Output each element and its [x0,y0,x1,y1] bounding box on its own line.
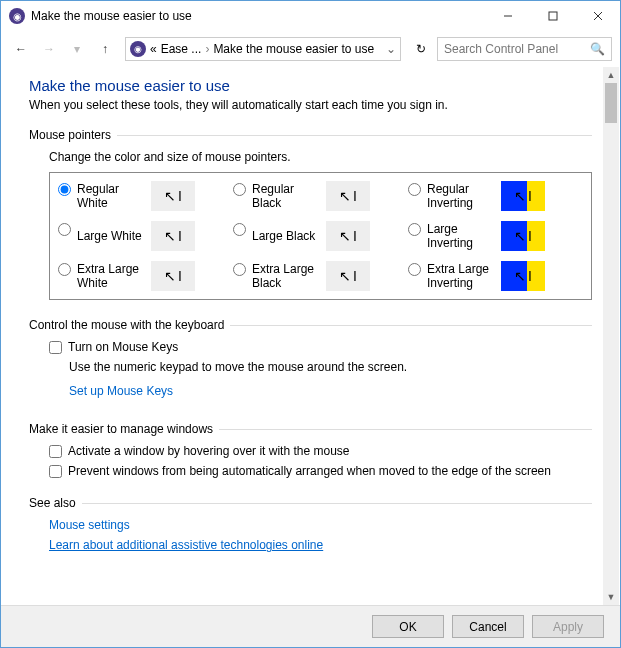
pointer-preview: ↖I [501,221,545,251]
pointer-preview: ↖I [501,181,545,211]
apply-button[interactable]: Apply [532,615,604,638]
pointer-label: RegularWhite [77,182,145,211]
scrollbar[interactable]: ▲ ▼ [603,67,619,605]
scroll-thumb[interactable] [605,83,617,123]
pointer-radio[interactable] [233,223,246,236]
pointer-radio[interactable] [58,183,71,196]
hover-activate-checkbox[interactable] [49,445,62,458]
content-scroll[interactable]: Make the mouse easier to use When you se… [1,67,620,605]
pointer-radio[interactable] [408,223,421,236]
pointers-hint: Change the color and size of mouse point… [49,150,592,164]
content: Make the mouse easier to use When you se… [1,67,620,586]
mouse-keys-checkbox-row[interactable]: Turn on Mouse Keys [49,340,592,354]
cursor-arrow-icon: ↖ [164,228,176,244]
forward-button[interactable]: → [37,37,61,61]
pointer-option[interactable]: RegularBlack↖I [233,181,408,211]
pointer-option[interactable]: LargeInverting↖I [408,221,583,251]
cursor-arrow-icon: ↖ [514,188,526,204]
breadcrumb-part1[interactable]: Ease ... [161,42,202,56]
assistive-link[interactable]: Learn about additional assistive technol… [49,538,323,552]
pointer-label: Large White [77,229,145,243]
prevent-snap-checkbox[interactable] [49,465,62,478]
page-title: Make the mouse easier to use [29,77,592,94]
pointer-option[interactable]: RegularInverting↖I [408,181,583,211]
pointer-option[interactable]: Extra LargeWhite↖I [58,261,233,291]
ok-button[interactable]: OK [372,615,444,638]
pointer-label: RegularBlack [252,182,320,211]
mouse-keys-checkbox[interactable] [49,341,62,354]
pointer-radio[interactable] [408,263,421,276]
navbar: ← → ▾ ↑ ◉ « Ease ... › Make the mouse ea… [1,31,620,67]
close-button[interactable] [575,1,620,31]
pointer-radio[interactable] [58,263,71,276]
scroll-up-icon[interactable]: ▲ [603,67,619,83]
cursor-arrow-icon: ↖ [164,188,176,204]
group-keyboard: Control the mouse with the keyboard [29,318,592,332]
pointer-preview: ↖I [151,181,195,211]
setup-mouse-keys-link[interactable]: Set up Mouse Keys [69,384,173,398]
scroll-down-icon[interactable]: ▼ [603,589,619,605]
group-mouse-pointers: Mouse pointers [29,128,592,142]
cursor-ibeam-icon: I [353,268,357,284]
maximize-button[interactable] [530,1,575,31]
recent-dropdown[interactable]: ▾ [65,37,89,61]
search-placeholder: Search Control Panel [444,42,558,56]
mouse-settings-link[interactable]: Mouse settings [49,518,130,532]
pointer-option[interactable]: RegularWhite↖I [58,181,233,211]
svg-rect-1 [549,12,557,20]
breadcrumb-dropdown-icon[interactable]: ⌄ [386,42,396,56]
cursor-arrow-icon: ↖ [339,228,351,244]
mouse-keys-label: Turn on Mouse Keys [68,340,178,354]
prevent-snap-row[interactable]: Prevent windows from being automatically… [49,464,592,478]
cursor-arrow-icon: ↖ [164,268,176,284]
pointer-option[interactable]: Large White↖I [58,221,233,251]
pointer-preview: ↖I [326,261,370,291]
search-input[interactable]: Search Control Panel 🔍 [437,37,612,61]
pointer-radio[interactable] [233,183,246,196]
breadcrumb-chevron-icon: › [205,42,209,56]
cursor-ibeam-icon: I [178,188,182,204]
cursor-ibeam-icon: I [353,228,357,244]
cursor-ibeam-icon: I [178,268,182,284]
hover-activate-row[interactable]: Activate a window by hovering over it wi… [49,444,592,458]
window-title: Make the mouse easier to use [31,9,485,23]
pointer-preview: ↖I [326,221,370,251]
pointer-label: Extra LargeBlack [252,262,320,291]
window-controls [485,1,620,31]
pointer-preview: ↖I [501,261,545,291]
prevent-snap-label: Prevent windows from being automatically… [68,464,551,478]
cursor-ibeam-icon: I [178,228,182,244]
pointer-preview: ↖I [151,221,195,251]
minimize-button[interactable] [485,1,530,31]
page-subtitle: When you select these tools, they will a… [29,98,592,112]
pointer-label: Extra LargeWhite [77,262,145,291]
breadcrumb-sep: « [150,42,157,56]
pointer-option[interactable]: Large Black↖I [233,221,408,251]
up-button[interactable]: ↑ [93,37,117,61]
cursor-arrow-icon: ↖ [514,268,526,284]
breadcrumb-part2[interactable]: Make the mouse easier to use [213,42,374,56]
footer: OK Cancel Apply [1,605,620,647]
pointer-radio[interactable] [58,223,71,236]
breadcrumb[interactable]: ◉ « Ease ... › Make the mouse easier to … [125,37,401,61]
pointer-preview: ↖I [151,261,195,291]
pointer-option[interactable]: Extra LargeBlack↖I [233,261,408,291]
back-button[interactable]: ← [9,37,33,61]
pointer-radio[interactable] [408,183,421,196]
pointer-label: Large Black [252,229,320,243]
pointer-label: RegularInverting [427,182,495,211]
cursor-arrow-icon: ↖ [514,228,526,244]
cursor-ibeam-icon: I [528,228,532,244]
cancel-button[interactable]: Cancel [452,615,524,638]
pointer-radio[interactable] [233,263,246,276]
group-see-also: See also [29,496,592,510]
pointer-grid: RegularWhite↖IRegularBlack↖IRegularInver… [49,172,592,300]
cursor-arrow-icon: ↖ [339,188,351,204]
pointer-option[interactable]: Extra LargeInverting↖I [408,261,583,291]
pointer-label: LargeInverting [427,222,495,251]
breadcrumb-icon: ◉ [130,41,146,57]
hover-activate-label: Activate a window by hovering over it wi… [68,444,349,458]
refresh-button[interactable]: ↻ [409,37,433,61]
cursor-arrow-icon: ↖ [339,268,351,284]
pointer-label: Extra LargeInverting [427,262,495,291]
